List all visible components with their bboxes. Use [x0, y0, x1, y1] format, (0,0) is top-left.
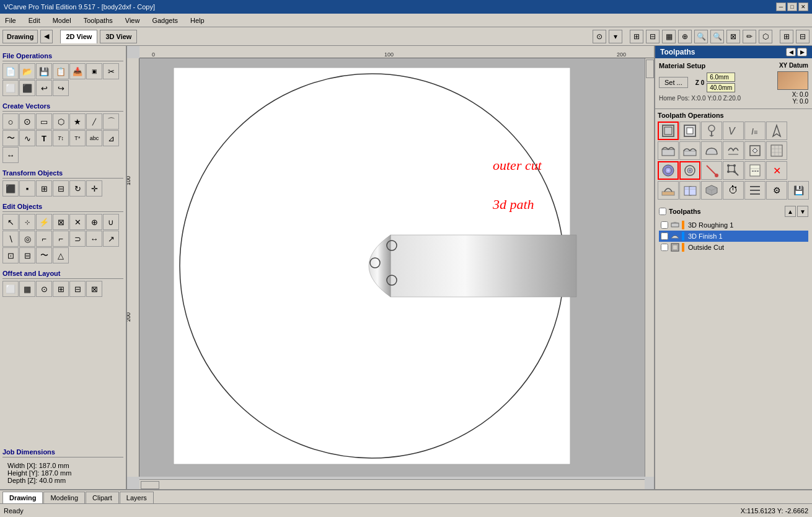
- canvas-area[interactable]: 0 100 200 100 200: [127, 46, 654, 489]
- arr-btn[interactable]: ⊞: [53, 281, 69, 297]
- scrollbar-vertical[interactable]: [645, 58, 654, 477]
- ungroup-btn[interactable]: ⊟: [53, 180, 69, 197]
- snap-btn[interactable]: ⊙: [593, 30, 606, 43]
- move-btn[interactable]: ✛: [86, 180, 102, 197]
- trim-btn[interactable]: ⊠: [53, 214, 69, 230]
- tp-down-btn[interactable]: ▼: [797, 206, 808, 217]
- op-inlay[interactable]: [744, 141, 766, 160]
- wave-btn[interactable]: ∿: [19, 130, 35, 146]
- menu-edit[interactable]: Edit: [26, 15, 43, 25]
- tab-layers[interactable]: Layers: [120, 492, 154, 503]
- menu-toolpaths[interactable]: Toolpaths: [81, 15, 115, 25]
- menu-model[interactable]: Model: [50, 15, 74, 25]
- undo-btn[interactable]: ↩: [36, 80, 52, 96]
- op-calc[interactable]: [744, 161, 766, 180]
- op-laser[interactable]: [701, 161, 722, 180]
- op-tp-mgr[interactable]: [744, 181, 766, 200]
- tp2-check[interactable]: [661, 232, 668, 240]
- poly-btn[interactable]: ⬡: [53, 113, 69, 130]
- off2-btn[interactable]: ▦: [19, 281, 35, 297]
- star-btn[interactable]: ★: [69, 113, 86, 130]
- close-btn[interactable]: ⊡: [2, 247, 19, 263]
- knife-btn[interactable]: ⚡: [36, 214, 52, 230]
- view4-btn[interactable]: ⊞: [780, 30, 793, 43]
- text2-btn[interactable]: T↕: [53, 130, 69, 146]
- new-btn[interactable]: 📄: [2, 63, 19, 79]
- op-3dpath[interactable]: [658, 161, 679, 180]
- menu-view[interactable]: View: [123, 15, 143, 25]
- view-2d-button[interactable]: 2D View: [60, 30, 97, 43]
- text4-btn[interactable]: abc: [86, 130, 102, 146]
- hscroll-thumb[interactable]: [141, 481, 159, 489]
- int-btn[interactable]: ◎: [19, 231, 35, 247]
- rev-btn[interactable]: ↔: [86, 231, 102, 247]
- tab-drawing[interactable]: Drawing: [2, 492, 43, 503]
- menu-file[interactable]: File: [2, 15, 19, 25]
- close2-btn[interactable]: △: [53, 247, 69, 263]
- s-btn[interactable]: 〜: [2, 130, 19, 146]
- op-texture[interactable]: [766, 141, 787, 160]
- tab-clipart[interactable]: Clipart: [86, 492, 119, 503]
- zoom2-btn[interactable]: 🔍: [694, 30, 708, 43]
- ext-btn[interactable]: ↗: [103, 231, 119, 247]
- set-button[interactable]: Set ...: [659, 77, 688, 88]
- save-copy-btn[interactable]: 📋: [53, 63, 69, 79]
- op-edit[interactable]: [723, 161, 744, 180]
- op-simulate[interactable]: [658, 181, 679, 200]
- save-btn[interactable]: 💾: [36, 63, 52, 79]
- op-quick-engrave[interactable]: I ≡: [744, 122, 766, 140]
- curve-btn[interactable]: ╱: [86, 113, 102, 130]
- vscroll-thumb[interactable]: [646, 60, 654, 78]
- open-btn[interactable]: 📂: [19, 63, 35, 79]
- copy-btn[interactable]: ⬜: [2, 80, 19, 96]
- view5-btn[interactable]: ⊟: [796, 30, 810, 43]
- drawing-toggle[interactable]: ◀: [40, 30, 53, 43]
- join-btn[interactable]: ⊃: [69, 231, 86, 247]
- tool3-btn[interactable]: ⬡: [759, 30, 772, 43]
- measure-btn[interactable]: ↔: [2, 147, 19, 163]
- text-btn[interactable]: T: [36, 130, 52, 146]
- redo-btn[interactable]: ↪: [53, 80, 69, 96]
- off1-btn[interactable]: ⬜: [2, 281, 19, 297]
- unroll-btn[interactable]: ⊠: [86, 281, 102, 297]
- rotate-btn[interactable]: ↻: [69, 180, 86, 197]
- op-moulding[interactable]: [701, 141, 722, 160]
- bool-btn[interactable]: ⊕: [86, 214, 102, 230]
- tp-item-3[interactable]: Outside Cut: [659, 242, 808, 253]
- op-3dpath2[interactable]: [679, 161, 700, 180]
- rp-min[interactable]: ◀: [786, 48, 796, 56]
- poly2-btn[interactable]: ⊿: [103, 130, 119, 146]
- op-3d-rough[interactable]: [658, 141, 679, 160]
- op-3d-finish[interactable]: [679, 141, 700, 160]
- tp-up-btn[interactable]: ▲: [785, 206, 796, 217]
- select-tool[interactable]: ↖: [2, 214, 19, 230]
- op-delete[interactable]: ✕: [766, 161, 787, 180]
- cham-btn[interactable]: ⌐: [53, 231, 69, 247]
- fillet-btn[interactable]: ⌐: [36, 231, 52, 247]
- text3-btn[interactable]: Tᵃ: [69, 130, 86, 146]
- op-recalc[interactable]: [679, 181, 700, 200]
- open2-btn[interactable]: ⊟: [19, 247, 35, 263]
- sub-btn[interactable]: ∖: [2, 231, 19, 247]
- tp-item-1[interactable]: 3D Roughing 1: [659, 219, 808, 231]
- rp-max[interactable]: ▶: [797, 48, 807, 56]
- op-drilling[interactable]: [701, 122, 722, 140]
- select-btn2[interactable]: ▣: [86, 63, 102, 79]
- tp1-check[interactable]: [661, 221, 668, 229]
- tool2-btn[interactable]: ✏: [743, 30, 756, 43]
- op-fluting[interactable]: [723, 141, 744, 160]
- tile-btn[interactable]: ⊟: [69, 281, 86, 297]
- tool1-btn[interactable]: ⊠: [726, 30, 740, 43]
- menu-help[interactable]: Help: [188, 15, 207, 25]
- align-l-btn[interactable]: ⬛: [2, 180, 19, 197]
- menu-gadgets[interactable]: Gadgets: [149, 15, 180, 25]
- op-timer[interactable]: ⏱: [723, 181, 744, 200]
- op-save-tp[interactable]: 💾: [788, 181, 809, 200]
- weld-btn[interactable]: ∪: [103, 214, 119, 230]
- ellipse-btn[interactable]: ⊙: [19, 113, 35, 130]
- align-c-btn[interactable]: ▪: [19, 180, 35, 197]
- op-preview[interactable]: [701, 181, 722, 200]
- snap-drop[interactable]: ▾: [609, 30, 622, 43]
- minimize-button[interactable]: ─: [776, 2, 786, 11]
- fit-btn[interactable]: ⊞: [630, 30, 643, 43]
